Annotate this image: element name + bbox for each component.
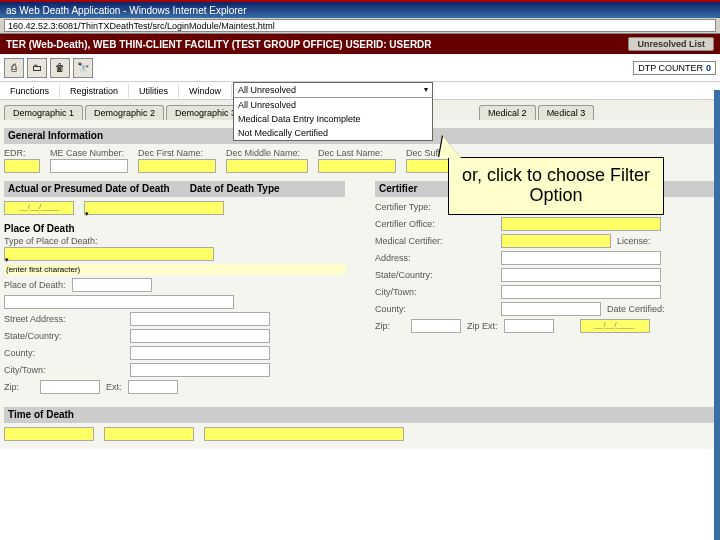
page-right-edge — [714, 90, 720, 540]
placetype-select[interactable] — [4, 247, 214, 261]
r-county: County: — [375, 304, 495, 314]
county-input[interactable] — [130, 346, 270, 360]
binoculars-icon[interactable]: 🔭 — [73, 58, 93, 78]
lbl-lname: Dec Last Name: — [318, 148, 396, 158]
place-line2-input[interactable] — [4, 295, 234, 309]
r-state-input[interactable] — [501, 268, 661, 282]
zip-input[interactable] — [40, 380, 100, 394]
tod-input-2[interactable] — [104, 427, 194, 441]
datecert-input[interactable]: __/__/____ — [580, 319, 650, 333]
dod-input[interactable]: __/__/____ — [4, 201, 74, 215]
lname-input[interactable] — [318, 159, 396, 173]
r-zip: Zip: — [375, 321, 405, 331]
tab-demographic-2[interactable]: Demographic 2 — [85, 105, 164, 120]
placedeath-input[interactable] — [72, 278, 152, 292]
city-input[interactable] — [130, 363, 270, 377]
counter-label: DTP COUNTER — [638, 63, 703, 73]
r-addr-input[interactable] — [501, 251, 661, 265]
certoffice-input[interactable] — [501, 217, 661, 231]
r-zipext-input[interactable] — [504, 319, 554, 333]
placedeath-lbl: Place of Death: — [4, 280, 66, 290]
app-title: TER (Web-Death), WEB THIN-CLIENT FACILIT… — [6, 39, 432, 50]
l-zip: Zip: — [4, 382, 34, 392]
tab-medical-2[interactable]: Medical 2 — [479, 105, 536, 120]
toolbar-icon-3[interactable]: 🗑 — [50, 58, 70, 78]
lbl-mname: Dec Middle Name: — [226, 148, 308, 158]
r-zip-input[interactable] — [411, 319, 461, 333]
menu-bar: Functions Registration Utilities Window … — [0, 82, 720, 100]
l-ext: Ext: — [106, 382, 122, 392]
address-bar-row — [0, 18, 720, 34]
dtp-counter: DTP COUNTER 0 — [633, 61, 716, 75]
certoffice-lbl: Certifier Office: — [375, 219, 495, 229]
toolbar-icon-2[interactable]: 🗀 — [27, 58, 47, 78]
toolbar-icon-1[interactable]: ⎙ — [4, 58, 24, 78]
tab-demographic-1[interactable]: Demographic 1 — [4, 105, 83, 120]
callout-text: or, click to choose Filter Option — [449, 166, 663, 206]
callout-filter-option: or, click to choose Filter Option — [448, 157, 664, 215]
state-input[interactable] — [130, 329, 270, 343]
r-city: City/Town: — [375, 287, 495, 297]
tab-medical-3[interactable]: Medical 3 — [538, 105, 595, 120]
lbl-mecase: ME Case Number: — [50, 148, 128, 158]
r-county-input[interactable] — [501, 302, 601, 316]
l-street: Street Address: — [4, 314, 124, 324]
l-city: City/Town: — [4, 365, 124, 375]
filter-option-2[interactable]: Not Medically Certified — [234, 126, 432, 140]
counter-value: 0 — [706, 63, 711, 73]
window-title: as Web Death Application - Windows Inter… — [6, 5, 247, 16]
menu-registration[interactable]: Registration — [60, 84, 129, 98]
ext-input[interactable] — [128, 380, 178, 394]
r-addr: Address: — [375, 253, 495, 263]
placetype-lbl: Type of Place of Death: — [4, 236, 345, 246]
mecase-input[interactable] — [50, 159, 128, 173]
filter-option-0[interactable]: All Unresolved — [234, 98, 432, 112]
l-state: State/Country: — [4, 331, 124, 341]
filter-current[interactable]: All Unresolved — [234, 83, 432, 98]
tod-input-3[interactable] — [204, 427, 404, 441]
place-head: Place Of Death — [4, 223, 345, 234]
hint-enterfirst: (enter first character) — [4, 264, 345, 275]
menu-functions[interactable]: Functions — [0, 84, 60, 98]
dod-type-select[interactable] — [84, 201, 224, 215]
medcert-input[interactable] — [501, 234, 611, 248]
app-header: TER (Web-Death), WEB THIN-CLIENT FACILIT… — [0, 34, 720, 54]
toolbar: ⎙ 🗀 🗑 🔭 DTP COUNTER 0 — [0, 54, 720, 82]
dodtype-head: Date of Death Type — [190, 183, 280, 195]
mname-input[interactable] — [226, 159, 308, 173]
lbl-fname: Dec First Name: — [138, 148, 216, 158]
menu-window[interactable]: Window — [179, 84, 232, 98]
street-input[interactable] — [130, 312, 270, 326]
fname-input[interactable] — [138, 159, 216, 173]
medcert-lbl: Medical Certifier: — [375, 236, 495, 246]
menu-utilities[interactable]: Utilities — [129, 84, 179, 98]
r-city-input[interactable] — [501, 285, 661, 299]
r-state: State/Country: — [375, 270, 495, 280]
datecert-lbl: Date Certified: — [607, 304, 665, 314]
l-county: County: — [4, 348, 124, 358]
dod-head: Actual or Presumed Date of Death — [8, 183, 170, 195]
window-title-bar: as Web Death Application - Windows Inter… — [0, 0, 720, 18]
lbl-edr: EDR: — [4, 148, 40, 158]
r-zipext: Zip Ext: — [467, 321, 498, 331]
tod-input-1[interactable] — [4, 427, 94, 441]
unresolved-list-button[interactable]: Unresolved List — [628, 37, 714, 51]
address-input[interactable] — [4, 19, 716, 32]
filter-dropdown[interactable]: All Unresolved All Unresolved Medical Da… — [233, 82, 433, 141]
section-timeofdeath: Time of Death — [4, 407, 716, 423]
filter-option-1[interactable]: Medical Data Entry Incomplete — [234, 112, 432, 126]
edr-input[interactable] — [4, 159, 40, 173]
license-lbl: License: — [617, 236, 651, 246]
